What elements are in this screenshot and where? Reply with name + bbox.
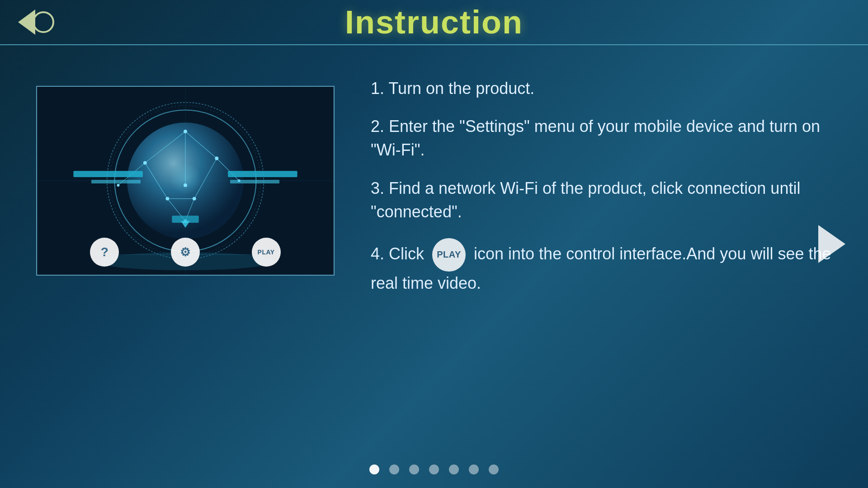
settings-button[interactable]: ⚙ xyxy=(171,238,200,267)
instruction-item-3: 3. Find a network Wi-Fi of the product, … xyxy=(371,177,832,224)
instruction-item-4: 4. Click PLAY icon into the control inte… xyxy=(371,238,832,295)
back-circle-icon xyxy=(33,11,54,33)
svg-rect-26 xyxy=(73,171,143,177)
main-content: ? ⚙ PLAY 1. Turn on the product. 2. Ente… xyxy=(0,45,868,452)
device-panel: ? ⚙ PLAY xyxy=(36,86,335,276)
play-badge-inline: PLAY xyxy=(432,238,466,272)
help-button[interactable]: ? xyxy=(90,238,119,267)
pagination-dot-1[interactable] xyxy=(369,465,379,474)
play-button[interactable]: PLAY xyxy=(252,238,281,267)
pagination-dot-4[interactable] xyxy=(429,465,439,474)
instructions-panel: 1. Turn on the product. 2. Enter the "Se… xyxy=(371,72,832,434)
svg-point-19 xyxy=(215,157,218,160)
pagination-dot-2[interactable] xyxy=(389,465,399,474)
svg-point-17 xyxy=(184,130,187,133)
header: Instruction xyxy=(0,0,868,45)
step-3-text: 3. Find a network Wi-Fi of the product, … xyxy=(371,179,800,221)
next-arrow-button[interactable] xyxy=(818,225,845,263)
svg-rect-28 xyxy=(91,180,141,183)
pagination-dot-5[interactable] xyxy=(449,465,459,474)
pagination-dot-6[interactable] xyxy=(469,465,479,474)
svg-rect-27 xyxy=(228,171,297,177)
svg-rect-29 xyxy=(230,180,279,183)
step-1-num: 1. Turn on the product. xyxy=(371,79,534,98)
step-2-text: 2. Enter the "Settings" menu of your mob… xyxy=(371,117,820,159)
step-4-prefix: 4. Click xyxy=(371,244,429,263)
svg-point-23 xyxy=(117,184,119,187)
pagination-dot-3[interactable] xyxy=(409,465,419,474)
svg-point-18 xyxy=(143,161,147,164)
instruction-item-1: 1. Turn on the product. xyxy=(371,77,832,100)
instruction-item-2: 2. Enter the "Settings" menu of your mob… xyxy=(371,115,832,162)
page-title: Instruction xyxy=(345,4,523,41)
back-button[interactable] xyxy=(18,9,54,35)
svg-point-32 xyxy=(159,152,212,206)
pagination-dots xyxy=(369,465,499,474)
pagination-dot-7[interactable] xyxy=(489,465,499,474)
device-icons-row: ? ⚙ PLAY xyxy=(37,238,334,267)
